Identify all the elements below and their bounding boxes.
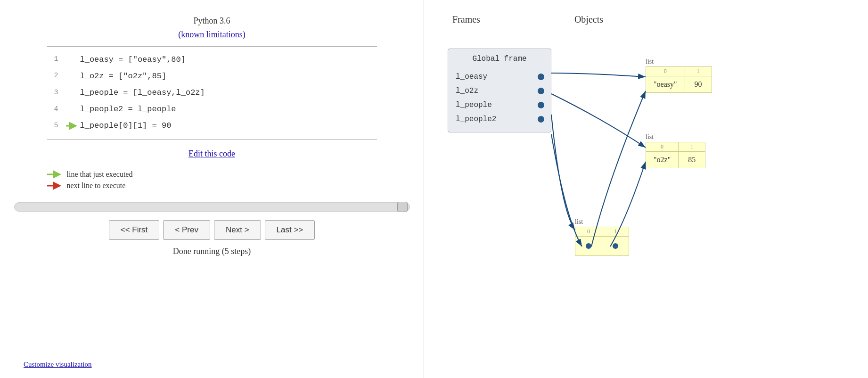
code-block: 1 l_oeasy = ["oeasy",80] 2 l_o2z = ["o2z… xyxy=(47,46,377,140)
frame-var-lpeople: l_people xyxy=(456,101,492,109)
code-line-4: 4 l_people2 = l_people xyxy=(47,101,377,117)
slider-thumb[interactable] xyxy=(397,202,408,212)
list1-label: list xyxy=(646,58,712,66)
python-version-header: Python 3.6 (known limitations) xyxy=(178,14,246,41)
list2-cell1: 1 85 xyxy=(679,142,705,168)
list1-cell0: 0 "oeasy" xyxy=(646,66,685,93)
global-frame-title: Global frame xyxy=(448,53,551,65)
legend-red: next line to execute xyxy=(47,181,377,190)
list3-idx0: 0 xyxy=(575,227,602,237)
edit-this-code-link[interactable]: Edit this code xyxy=(188,149,235,159)
slider-container xyxy=(14,202,410,212)
list1-val1: 90 xyxy=(685,76,712,92)
frame-dot-lpeople xyxy=(538,102,544,108)
left-panel: Python 3.6 (known limitations) 1 l_oeasy… xyxy=(0,0,424,378)
frame-var-lo2z: l_o2z xyxy=(456,87,478,95)
list1-cell1: 1 90 xyxy=(685,66,712,93)
list2-val1: 85 xyxy=(679,152,705,168)
frame-row-loeasy: l_oeasy xyxy=(448,70,551,84)
list3-dot1 xyxy=(602,237,629,255)
list3-dot-icon0 xyxy=(586,243,591,249)
next-button[interactable]: Next > xyxy=(214,220,261,240)
frames-label: Frames xyxy=(452,14,480,25)
line-num-4: 4 xyxy=(47,104,66,115)
first-button[interactable]: << First xyxy=(109,220,160,240)
prev-button[interactable]: < Prev xyxy=(163,220,210,240)
nav-buttons: << First < Prev Next > Last >> xyxy=(109,220,315,240)
legend-green-arrow-icon xyxy=(47,170,63,179)
frame-var-lpeople2: l_people2 xyxy=(456,115,496,123)
list3-label: list xyxy=(575,218,629,226)
line-num-1: 1 xyxy=(47,54,66,65)
viz-area: Global frame l_oeasy l_o2z l_people l_pe… xyxy=(443,39,849,360)
list2-label: list xyxy=(646,133,705,141)
list1-container: list 0 "oeasy" 1 90 xyxy=(646,58,712,93)
list3-dot-icon1 xyxy=(613,243,618,249)
code-text-2: l_o2z = ["o2z",85] xyxy=(80,70,167,82)
code-line-1: 1 l_oeasy = ["oeasy",80] xyxy=(47,51,377,68)
list3-cell1: 1 xyxy=(602,227,629,256)
right-panel: Frames Objects Global frame l_oeasy l_o2… xyxy=(424,0,868,378)
list2-container: list 0 "o2z" 1 85 xyxy=(646,133,705,168)
last-button[interactable]: Last >> xyxy=(265,220,315,240)
python-version-text: Python 3.6 xyxy=(193,16,230,25)
list2-idx1: 1 xyxy=(679,142,705,152)
line-num-3: 3 xyxy=(47,87,66,99)
legend-green-text: line that just executed xyxy=(67,170,133,179)
code-text-1: l_oeasy = ["oeasy",80] xyxy=(80,53,186,66)
list3-container: list 0 1 xyxy=(575,218,629,256)
list3-cell0: 0 xyxy=(575,227,602,256)
code-line-5: 5 l_people[0][1] = 90 xyxy=(47,117,377,134)
code-line-2: 2 l_o2z = ["o2z",85] xyxy=(47,68,377,84)
list3-cells: 0 1 xyxy=(575,227,629,256)
slider-track[interactable] xyxy=(14,202,410,212)
code-text-4: l_people2 = l_people xyxy=(80,103,176,115)
customize-visualization-link[interactable]: Customize visualization xyxy=(24,361,92,369)
list2-val0: "o2z" xyxy=(646,152,678,168)
code-text-3: l_people = [l_oeasy,l_o2z] xyxy=(80,86,205,99)
code-text-5: l_people[0][1] = 90 xyxy=(80,119,172,132)
line-num-5: 5 xyxy=(47,120,66,131)
line-num-2: 2 xyxy=(47,70,66,82)
global-frame: Global frame l_oeasy l_o2z l_people l_pe… xyxy=(448,49,551,132)
green-arrow-icon xyxy=(66,122,79,130)
list3-idx1: 1 xyxy=(602,227,629,237)
list1-idx0: 0 xyxy=(646,67,685,76)
frame-dot-loeasy xyxy=(538,74,544,80)
frame-dot-lo2z xyxy=(538,88,544,94)
frame-row-lpeople: l_people xyxy=(448,98,551,112)
known-limitations-link[interactable]: (known limitations) xyxy=(178,30,246,39)
legend-red-arrow-icon xyxy=(47,181,63,190)
list1-idx1: 1 xyxy=(685,67,712,76)
legend-red-text: next line to execute xyxy=(67,181,126,190)
objects-label: Objects xyxy=(574,14,603,25)
list2-cell0: 0 "o2z" xyxy=(646,142,679,168)
line-arrow-5 xyxy=(66,122,80,130)
list1-cells: 0 "oeasy" 1 90 xyxy=(646,66,712,93)
legend: line that just executed next line to exe… xyxy=(47,170,377,193)
list3-dot0 xyxy=(575,237,602,255)
list2-idx0: 0 xyxy=(646,142,678,152)
code-line-3: 3 l_people = [l_oeasy,l_o2z] xyxy=(47,84,377,101)
right-header: Frames Objects xyxy=(452,14,849,25)
frame-var-loeasy: l_oeasy xyxy=(456,73,487,81)
frame-row-lpeople2: l_people2 xyxy=(448,112,551,126)
status-text: Done running (5 steps) xyxy=(173,247,251,256)
legend-green: line that just executed xyxy=(47,170,377,179)
list1-val0: "oeasy" xyxy=(646,76,685,92)
list2-cells: 0 "o2z" 1 85 xyxy=(646,142,705,168)
frame-dot-lpeople2 xyxy=(538,116,544,123)
frame-row-lo2z: l_o2z xyxy=(448,84,551,98)
